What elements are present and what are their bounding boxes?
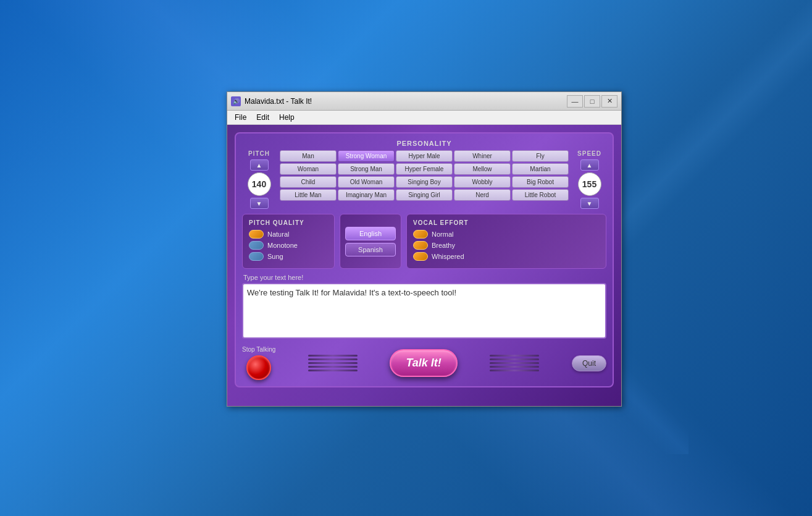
menubar: File Edit Help bbox=[227, 111, 621, 125]
speed-label: SPEED bbox=[577, 150, 601, 157]
grille-line-r3 bbox=[490, 362, 539, 364]
personality-little-robot[interactable]: Little Robot bbox=[512, 189, 569, 201]
pitch-quality-sung-radio bbox=[249, 252, 264, 261]
personality-old-woman[interactable]: Old Woman bbox=[338, 176, 395, 188]
vocal-effort-normal[interactable]: Normal bbox=[413, 230, 600, 239]
grille-line-r2 bbox=[490, 358, 539, 360]
vocal-effort-normal-label: Normal bbox=[432, 231, 453, 238]
close-button[interactable]: ✕ bbox=[601, 95, 617, 108]
speaker-grille-right bbox=[490, 352, 539, 374]
grille-line-r4 bbox=[490, 366, 539, 368]
language-spanish[interactable]: Spanish bbox=[345, 243, 396, 256]
grille-line-r1 bbox=[490, 355, 539, 357]
personality-whiner[interactable]: Whiner bbox=[454, 150, 511, 162]
language-english[interactable]: English bbox=[345, 227, 396, 240]
personality-row-2: Woman Strong Man Hyper Female Mellow Mar… bbox=[280, 163, 569, 175]
speaker-grille-left bbox=[308, 352, 358, 374]
personality-fly[interactable]: Fly bbox=[512, 150, 569, 162]
speed-value: 155 bbox=[578, 172, 601, 196]
personality-row-4: Little Man Imaginary Man Singing Girl Ne… bbox=[280, 189, 569, 201]
maximize-button[interactable]: □ bbox=[584, 95, 600, 108]
grille-line-2 bbox=[308, 358, 358, 360]
textarea-label: Type your text here! bbox=[242, 274, 606, 281]
personality-hyper-male[interactable]: Hyper Male bbox=[396, 150, 453, 162]
personality-wobbly[interactable]: Wobbly bbox=[454, 176, 511, 188]
bottom-row: Stop Talking Talk It! bbox=[242, 346, 606, 380]
grille-line-4 bbox=[308, 366, 358, 368]
vocal-effort-breathy-label: Breathy bbox=[432, 242, 455, 249]
quit-button[interactable]: Quit bbox=[572, 355, 606, 371]
vocal-effort-whispered[interactable]: Whispered bbox=[413, 252, 600, 261]
personality-strong-man[interactable]: Strong Man bbox=[338, 163, 395, 175]
personality-header: PERSONALITY bbox=[242, 140, 606, 147]
pitch-speed-row: PITCH ▲ 140 ▼ Man Strong Woman Hyper Mal… bbox=[242, 150, 606, 209]
window-title: Malavida.txt - Talk It! bbox=[245, 97, 567, 106]
vocal-effort-whispered-radio bbox=[413, 252, 428, 261]
pitch-quality-sung-label: Sung bbox=[267, 253, 283, 260]
stop-label: Stop Talking bbox=[242, 346, 275, 353]
personality-martian[interactable]: Martian bbox=[512, 163, 569, 175]
personality-child[interactable]: Child bbox=[280, 176, 337, 188]
grille-line-r5 bbox=[490, 370, 539, 371]
text-input[interactable]: We're testing Talk It! for Malavida! It'… bbox=[242, 283, 606, 339]
grille-line-3 bbox=[308, 362, 358, 364]
personality-row-3: Child Old Woman Singing Boy Wobbly Big R… bbox=[280, 176, 569, 188]
inner-panel: PERSONALITY PITCH ▲ 140 ▼ Man St bbox=[235, 132, 614, 387]
pitch-up-button[interactable]: ▲ bbox=[250, 159, 269, 171]
pitch-quality-sung[interactable]: Sung bbox=[249, 252, 328, 261]
vocal-effort-breathy-radio bbox=[413, 241, 428, 250]
personality-grid: Man Strong Woman Hyper Male Whiner Fly W… bbox=[280, 150, 569, 209]
pitch-quality-natural[interactable]: Natural bbox=[249, 230, 328, 239]
personality-strong-woman[interactable]: Strong Woman bbox=[338, 150, 395, 162]
menu-edit[interactable]: Edit bbox=[251, 112, 274, 123]
pitch-quality-natural-label: Natural bbox=[267, 231, 289, 238]
vocal-effort-panel: VOCAL EFFORT Normal Breathy Whispered bbox=[406, 214, 606, 269]
pitch-label: PITCH bbox=[248, 150, 270, 157]
pitch-quality-panel: PITCH QUALITY Natural Monotone Sung bbox=[242, 214, 335, 269]
titlebar-controls: — □ ✕ bbox=[567, 95, 617, 108]
personality-hyper-female[interactable]: Hyper Female bbox=[396, 163, 453, 175]
pitch-value: 140 bbox=[248, 172, 271, 196]
personality-singing-girl[interactable]: Singing Girl bbox=[396, 189, 453, 201]
personality-man[interactable]: Man bbox=[280, 150, 337, 162]
pitch-control: PITCH ▲ 140 ▼ bbox=[242, 150, 276, 209]
menu-file[interactable]: File bbox=[230, 112, 251, 123]
personality-woman[interactable]: Woman bbox=[280, 163, 337, 175]
grille-line-1 bbox=[308, 355, 358, 357]
pitch-down-button[interactable]: ▼ bbox=[250, 198, 269, 209]
titlebar: 🔊 Malavida.txt - Talk It! — □ ✕ bbox=[227, 92, 621, 111]
app-body: PERSONALITY PITCH ▲ 140 ▼ Man St bbox=[227, 125, 621, 406]
speed-down-button[interactable]: ▼ bbox=[580, 198, 599, 209]
language-panel: English Spanish bbox=[340, 214, 401, 269]
menu-help[interactable]: Help bbox=[274, 112, 299, 123]
pitch-quality-monotone-label: Monotone bbox=[267, 242, 298, 249]
pitch-quality-label: PITCH QUALITY bbox=[249, 219, 328, 226]
textarea-section: Type your text here! We're testing Talk … bbox=[242, 274, 606, 341]
vocal-effort-label: VOCAL EFFORT bbox=[413, 219, 600, 226]
speed-up-button[interactable]: ▲ bbox=[580, 159, 599, 171]
personality-mellow[interactable]: Mellow bbox=[454, 163, 511, 175]
application-window: 🔊 Malavida.txt - Talk It! — □ ✕ File Edi… bbox=[227, 91, 622, 407]
minimize-button[interactable]: — bbox=[567, 95, 583, 108]
stop-talking-button[interactable] bbox=[246, 355, 271, 380]
controls-row: PITCH QUALITY Natural Monotone Sung bbox=[242, 214, 606, 269]
personality-little-man[interactable]: Little Man bbox=[280, 189, 337, 201]
personality-imaginary-man[interactable]: Imaginary Man bbox=[338, 189, 395, 201]
pitch-quality-monotone-radio bbox=[249, 241, 264, 250]
stop-section: Stop Talking bbox=[242, 346, 275, 380]
talk-button[interactable]: Talk It! bbox=[390, 349, 457, 377]
pitch-quality-natural-radio bbox=[249, 230, 264, 239]
vocal-effort-whispered-label: Whispered bbox=[432, 253, 464, 260]
personality-row-1: Man Strong Woman Hyper Male Whiner Fly bbox=[280, 150, 569, 162]
personality-singing-boy[interactable]: Singing Boy bbox=[396, 176, 453, 188]
pitch-quality-monotone[interactable]: Monotone bbox=[249, 241, 328, 250]
speed-control: SPEED ▲ 155 ▼ bbox=[572, 150, 606, 209]
grille-line-5 bbox=[308, 370, 358, 371]
vocal-effort-normal-radio bbox=[413, 230, 428, 239]
personality-section: PERSONALITY PITCH ▲ 140 ▼ Man St bbox=[242, 140, 606, 209]
personality-nerd[interactable]: Nerd bbox=[454, 189, 511, 201]
personality-big-robot[interactable]: Big Robot bbox=[512, 176, 569, 188]
vocal-effort-breathy[interactable]: Breathy bbox=[413, 241, 600, 250]
app-icon: 🔊 bbox=[231, 96, 241, 106]
